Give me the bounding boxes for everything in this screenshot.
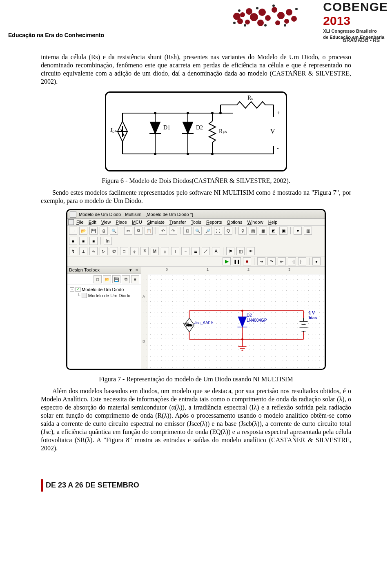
tb-comp-wire-icon[interactable]: ／ <box>202 247 210 255</box>
tb-main-color3-icon[interactable]: ■ <box>89 237 98 245</box>
sim-pause-button[interactable]: ❚❚ <box>233 257 241 265</box>
menu-transfer[interactable]: Transfer <box>167 219 189 225</box>
menu-options[interactable]: Options <box>225 219 245 225</box>
toolbox-open-icon[interactable]: 📂 <box>103 275 111 283</box>
tb-main-mixed-icon[interactable]: ◩ <box>269 227 277 235</box>
sim-step-over-button[interactable]: ↷ <box>267 257 276 265</box>
tb-main-list-icon[interactable]: ▤ <box>249 227 257 235</box>
tb-comp-m-icon[interactable]: M <box>151 247 159 255</box>
circuit-label-rsh: Rₛₕ <box>219 128 227 135</box>
menu-edit[interactable]: Edit <box>86 219 99 225</box>
tb-main-cut-icon[interactable]: ✂ <box>124 227 132 235</box>
toolbar-separator <box>180 227 180 234</box>
toolbar-separator <box>235 227 236 234</box>
toolbox-save-icon[interactable]: 💾 <box>112 275 120 283</box>
tree-root-row[interactable]: - ✓ Modelo de Um Diodo <box>70 287 138 292</box>
menu-view[interactable]: View <box>99 219 114 225</box>
multisim-title: Modelo de Um Diodo - Multisim - [Modelo … <box>79 212 193 217</box>
tb-comp-q-icon[interactable]: ⏣ <box>110 247 118 255</box>
tb-main-calendar-icon[interactable]: ▥ <box>304 227 312 235</box>
tb-main-undo-icon[interactable]: ↶ <box>159 227 167 235</box>
tb-main-grid-icon[interactable]: ▦ <box>259 227 267 235</box>
menu-simulate[interactable]: Simulate <box>145 219 167 225</box>
tb-main-dropdown-icon[interactable]: ▾ <box>294 227 302 235</box>
toolbox-new-icon[interactable]: □ <box>94 275 102 283</box>
tb-main-color1-icon[interactable]: ■ <box>69 237 77 245</box>
tb-main-zoom-100-icon[interactable]: Q <box>224 227 232 235</box>
tb-main-open-icon[interactable]: 📂 <box>79 227 87 235</box>
tb-main-save-icon[interactable]: 💾 <box>89 227 98 235</box>
menu-window[interactable]: Window <box>245 219 265 225</box>
tb-main-print-icon[interactable]: ⎙ <box>100 227 108 235</box>
svg-point-4 <box>250 13 258 21</box>
svg-point-5 <box>245 20 250 24</box>
multisim-toolbar-components: ↯⊥∿▷⏣□⏚⧖M⏚⊤⋯≣／A⚑◫👁 <box>67 246 325 256</box>
logo-sub1: XLI Congresso Brasileiro <box>323 29 388 34</box>
tb-comp-u-icon[interactable]: □ <box>120 247 128 255</box>
toolbox-btn4-icon[interactable]: ⧉ <box>122 275 130 283</box>
tree-checkbox[interactable]: ✓ <box>76 287 80 292</box>
menu-tools[interactable]: Tools <box>188 219 204 225</box>
sim-step-in-button[interactable]: ⇥ <box>257 257 265 265</box>
tb-comp-flag-icon[interactable]: ⚑ <box>226 247 234 255</box>
ruler-horizontal: 0 1 2 3 <box>141 267 325 274</box>
tb-comp-gnd-icon[interactable]: ⏚ <box>161 247 169 255</box>
tb-main-probe-icon[interactable]: ⚲ <box>238 227 247 235</box>
sim-step-to-button[interactable]: →| <box>288 257 296 265</box>
schematic-diode-part: 1N4004GP <box>247 318 267 323</box>
menu-mcu[interactable]: MCU <box>129 219 145 225</box>
tree-collapse-icon[interactable]: - <box>70 287 74 292</box>
schematic-diode-ref: D2 <box>247 313 252 318</box>
design-toolbox-title: Design Toolbox <box>69 267 100 273</box>
tb-main-fit-icon[interactable]: ⛶ <box>214 227 222 235</box>
toolbox-btn5-icon[interactable]: ≡ <box>131 275 139 283</box>
tb-comp-t-icon[interactable]: ⧖ <box>140 247 149 255</box>
tb-main-copy-icon[interactable]: ⧉ <box>134 227 143 235</box>
tb-main-color2-icon[interactable]: ■ <box>79 237 87 245</box>
schematic-page-icon <box>82 293 87 298</box>
svg-point-8 <box>257 20 264 26</box>
tb-main-zoom-in-icon[interactable]: 🔍 <box>194 227 202 235</box>
tb-comp-text-icon[interactable]: A <box>212 247 220 255</box>
tb-comp-l-icon[interactable]: ∿ <box>89 247 98 255</box>
panel-close-icon[interactable]: × <box>134 267 139 272</box>
tb-comp-bus-icon[interactable]: ≣ <box>192 247 200 255</box>
tb-comp-d-icon[interactable]: ▷ <box>100 247 108 255</box>
tb-comp-vcc-icon[interactable]: ⊤ <box>171 247 179 255</box>
header-decor-flowers <box>229 0 306 41</box>
menu-file[interactable]: File <box>74 219 86 225</box>
circuit-label-rs: Rₛ <box>247 94 253 101</box>
multisim-titlebar[interactable]: Modelo de Um Diodo - Multisim - [Modelo … <box>67 210 325 219</box>
tb-main-zoom-out-icon[interactable]: 🔎 <box>204 227 212 235</box>
tb-main-zoom-box-icon[interactable]: ⊡ <box>183 227 192 235</box>
tb-main-preview-icon[interactable]: 🔍 <box>110 227 118 235</box>
sim-step-back-button[interactable]: |← <box>298 257 306 265</box>
page-footer: DE 23 A 26 DE SETEMBRO <box>0 479 392 496</box>
svg-point-51 <box>211 153 214 155</box>
tb-main-redo-icon[interactable]: ↷ <box>169 227 177 235</box>
tb-comp-watch-icon[interactable]: 👁 <box>247 247 255 255</box>
sim-stop-button[interactable]: ■ <box>243 257 251 265</box>
sim-breakpoint-button[interactable]: ● <box>312 257 321 265</box>
tb-comp-misc-icon[interactable]: ⋯ <box>181 247 189 255</box>
sim-step-out-button[interactable]: ⇤ <box>278 257 286 265</box>
sim-separator <box>254 258 254 265</box>
tb-comp-scope-icon[interactable]: ◫ <box>236 247 245 255</box>
tree-child-row[interactable]: └ Modelo de Um Diodo <box>70 292 138 298</box>
panel-pin-icon[interactable]: ▾ <box>128 267 133 272</box>
menu-help[interactable]: Help <box>266 219 280 225</box>
menu-place[interactable]: Place <box>113 219 129 225</box>
svg-point-3 <box>246 8 252 15</box>
tb-main-new-icon[interactable]: □ <box>69 227 77 235</box>
tb-main-chip-icon[interactable]: ▣ <box>279 227 287 235</box>
tb-comp-c-icon[interactable]: ⊥ <box>79 247 87 255</box>
sim-play-button[interactable]: ▶ <box>223 257 231 265</box>
tb-comp-g-icon[interactable]: ⏚ <box>130 247 138 255</box>
svg-point-48 <box>211 112 214 114</box>
schematic-canvas[interactable]: 0 1 2 3 A B <box>141 267 325 369</box>
tb-main-paste-icon[interactable]: 📋 <box>145 227 153 235</box>
menu-reports[interactable]: Reports <box>204 219 225 225</box>
tb-main-in-icon[interactable]: In <box>104 237 112 245</box>
tb-comp-r-icon[interactable]: ↯ <box>69 247 77 255</box>
svg-point-76 <box>241 338 243 341</box>
